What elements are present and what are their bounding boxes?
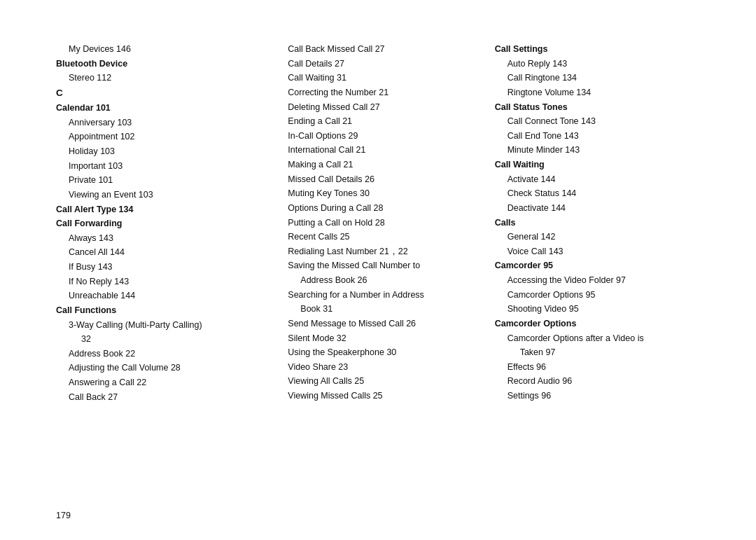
index-entry: Deactivate 144: [495, 201, 700, 216]
index-entry: 3-Way Calling (Multi-Party Calling): [56, 318, 261, 333]
index-col-1: My Devices 146Bluetooth DeviceStereo 112…: [56, 42, 275, 512]
index-entry: Answering a Call 22: [56, 375, 261, 390]
index-entry: Voice Call 143: [495, 244, 700, 259]
index-entry: Viewing All Calls 25: [275, 374, 480, 389]
index-entry: Deleting Missed Call 27: [275, 100, 480, 115]
index-entry: Call Connect Tone 143: [495, 114, 700, 129]
index-entry: Address Book 22: [56, 347, 261, 361]
index-columns: My Devices 146Bluetooth DeviceStereo 112…: [56, 42, 700, 512]
index-entry: Redialing Last Number 21，22: [275, 244, 480, 259]
index-entry: Calendar 101: [56, 101, 261, 116]
index-entry: International Call 21: [275, 143, 480, 158]
index-entry: Viewing Missed Calls 25: [275, 389, 480, 403]
index-entry: Important 103: [56, 159, 261, 174]
index-entry: Options During a Call 28: [275, 201, 480, 216]
index-entry: Record Audio 96: [495, 374, 700, 389]
index-entry: Call Forwarding: [56, 216, 261, 231]
index-entry: Call Back 27: [56, 390, 261, 405]
index-entry: C: [56, 88, 63, 98]
index-entry: Call Ringtone 134: [495, 71, 700, 85]
index-entry: Stereo 112: [56, 71, 261, 85]
index-entry: Bluetooth Device: [56, 57, 261, 71]
index-entry: Anniversary 103: [56, 116, 261, 130]
index-entry: Check Status 144: [495, 186, 700, 201]
index-entry: Auto Reply 143: [495, 57, 700, 71]
index-entry: In-Call Options 29: [275, 129, 480, 144]
index-entry: Holiday 103: [56, 144, 261, 159]
index-entry: If Busy 143: [56, 260, 261, 275]
index-entry: Ringtone Volume 134: [495, 85, 700, 100]
index-entry: Camcorder Options 95: [495, 288, 700, 303]
index-entry: Calls: [495, 216, 700, 230]
index-entry: Call Functions: [56, 303, 261, 318]
index-entry: Searching for a Number in Address: [275, 288, 480, 303]
index-entry: Call Status Tones: [495, 100, 700, 115]
index-entry: Accessing the Video Folder 97: [495, 273, 700, 288]
index-entry: Call Details 27: [275, 57, 480, 71]
index-entry: Call Waiting: [495, 158, 700, 172]
index-entry: Cancel All 144: [56, 245, 261, 260]
index-entry: Call Waiting 31: [275, 71, 480, 85]
index-entry: Effects 96: [495, 360, 700, 375]
index-entry: Private 101: [56, 173, 261, 188]
index-entry: Minute Minder 143: [495, 143, 700, 158]
index-entry: Camcorder Options after a Video is: [495, 331, 700, 346]
index-entry: Muting Key Tones 30: [275, 186, 480, 201]
index-entry: Call Settings: [495, 42, 700, 57]
index-entry: Silent Mode 32: [275, 331, 480, 346]
index-entry: Settings 96: [495, 389, 700, 403]
index-entry: Putting a Call on Hold 28: [275, 216, 480, 230]
index-entry: Saving the Missed Call Number to: [275, 258, 480, 273]
index-entry: Activate 144: [495, 172, 700, 187]
index-col-3: Call SettingsAuto Reply 143Call Ringtone…: [495, 42, 700, 512]
index-entry: Shooting Video 95: [495, 302, 700, 317]
index-entry: Camcorder 95: [495, 258, 700, 273]
index-entry: Recent Calls 25: [275, 230, 480, 244]
index-entry: Correcting the Number 21: [275, 85, 480, 100]
index-entry: If No Reply 143: [56, 275, 261, 289]
index-entry: Send Message to Missed Call 26: [275, 317, 480, 331]
index-entry: Video Share 23: [275, 360, 480, 375]
index-entry: Unreachable 144: [56, 289, 261, 303]
index-entry: Ending a Call 21: [275, 114, 480, 129]
index-entry: Using the Speakerphone 30: [275, 345, 480, 360]
page-number: 179: [56, 511, 71, 520]
index-entry: General 142: [495, 230, 700, 244]
index-entry: Call Back Missed Call 27: [275, 42, 480, 57]
index-entry: Camcorder Options: [495, 317, 700, 331]
index-entry: Call Alert Type 134: [56, 202, 261, 217]
index-entry: 32: [56, 332, 261, 347]
index-entry: Appointment 102: [56, 130, 261, 144]
index-entry: Always 143: [56, 231, 261, 246]
page: My Devices 146Bluetooth DeviceStereo 112…: [0, 0, 756, 540]
index-entry: Viewing an Event 103: [56, 188, 261, 202]
index-entry: Making a Call 21: [275, 158, 480, 172]
index-entry: Address Book 26: [275, 273, 480, 288]
index-entry: Adjusting the Call Volume 28: [56, 361, 261, 375]
index-entry: My Devices 146: [56, 42, 261, 57]
index-entry: Missed Call Details 26: [275, 172, 480, 187]
index-entry: Book 31: [275, 302, 480, 317]
index-col-2: Call Back Missed Call 27Call Details 27C…: [275, 42, 494, 512]
index-entry: Taken 97: [495, 345, 700, 360]
index-entry: Call End Tone 143: [495, 129, 700, 144]
